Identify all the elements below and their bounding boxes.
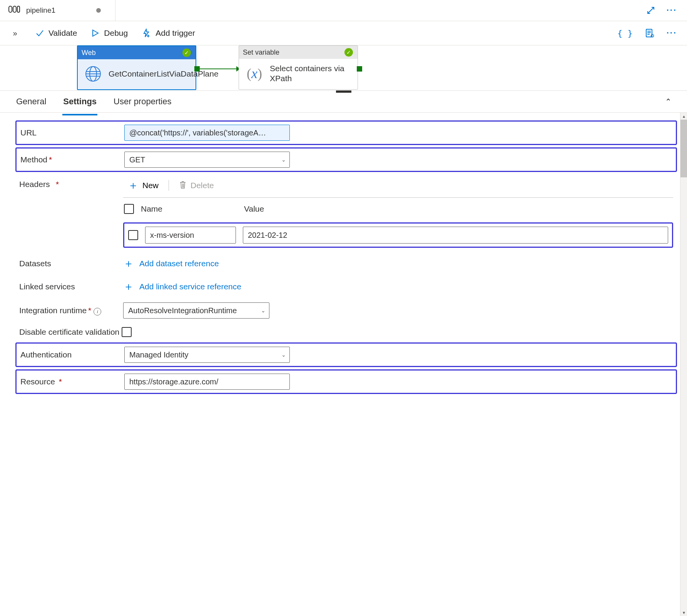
status-ok-icon: ✓ bbox=[182, 48, 191, 57]
activity-set-variable[interactable]: Set variable ✓ (x) Select containers via… bbox=[239, 45, 358, 90]
integration-runtime-select[interactable]: ⌄ bbox=[123, 302, 269, 319]
integration-runtime-value[interactable] bbox=[123, 302, 269, 319]
linked-services-label: Linked services bbox=[19, 282, 123, 291]
row-linked-services: Linked services ＋Add linked service refe… bbox=[15, 276, 677, 297]
toolbar-more-button[interactable]: ··· bbox=[665, 27, 679, 40]
plus-icon: ＋ bbox=[123, 256, 134, 271]
properties-button[interactable] bbox=[644, 27, 656, 39]
svg-rect-1 bbox=[13, 6, 16, 12]
tab-more-button[interactable]: ··· bbox=[665, 4, 679, 17]
method-select[interactable]: ⌄ bbox=[124, 152, 290, 168]
activity-setvar-body: (x) Select containers via XPath bbox=[239, 59, 358, 89]
ellipsis-icon: ··· bbox=[667, 28, 677, 38]
chevron-right-icon: » bbox=[13, 29, 17, 38]
headers-select-all-checkbox[interactable] bbox=[124, 204, 134, 214]
row-method: Method* ⌄ bbox=[15, 147, 677, 172]
info-icon[interactable]: i bbox=[94, 308, 101, 316]
connector-line-icon bbox=[197, 68, 239, 69]
ellipsis-icon: ··· bbox=[667, 5, 677, 15]
panel-expand-handle[interactable]: » bbox=[8, 29, 22, 38]
headers-label: Headers * bbox=[19, 177, 123, 189]
tab-user-properties[interactable]: User properties bbox=[113, 93, 172, 110]
toolbar-left: Validate Debug Add trigger bbox=[35, 28, 195, 38]
scroll-down-icon[interactable]: ▼ bbox=[680, 609, 687, 616]
method-value[interactable] bbox=[124, 152, 290, 168]
headers-delete-label: Delete bbox=[191, 181, 214, 190]
datasets-label: Datasets bbox=[19, 259, 123, 268]
tab-actions: ··· bbox=[637, 0, 687, 21]
scroll-thumb[interactable] bbox=[680, 120, 687, 177]
add-dataset-button[interactable]: ＋Add dataset reference bbox=[123, 256, 219, 271]
authentication-label: Authentication bbox=[20, 350, 124, 359]
activity-web-titlebar: Web ✓ bbox=[78, 46, 196, 59]
integration-runtime-label: Integration runtime*i bbox=[19, 306, 123, 316]
header-row-checkbox[interactable] bbox=[128, 230, 138, 240]
activity-web-body: GetContainerListViaDataPlane bbox=[78, 59, 196, 89]
globe-icon bbox=[83, 64, 103, 84]
activity-web-name: GetContainerListViaDataPlane bbox=[109, 69, 219, 79]
row-headers: Headers * ＋New Delete Name Value bbox=[15, 174, 677, 251]
panel-resize-handle[interactable] bbox=[336, 90, 351, 93]
debug-button[interactable]: Debug bbox=[91, 28, 128, 38]
activity-type-label: Web bbox=[82, 49, 96, 57]
url-input[interactable] bbox=[124, 125, 290, 141]
pipeline-tab[interactable]: pipeline1 bbox=[0, 0, 115, 21]
collapse-panel-button[interactable]: ⌃ bbox=[665, 97, 672, 106]
activity-property-tabs: General Settings User properties ⌃ bbox=[0, 90, 687, 113]
activity-setvar-name: Select containers via XPath bbox=[270, 63, 352, 84]
headers-row bbox=[123, 222, 673, 248]
pipeline-toolbar: » Validate Debug Add trigger { } ··· bbox=[0, 21, 687, 45]
validate-label: Validate bbox=[48, 28, 77, 38]
vertical-scrollbar[interactable]: ▲ ▼ bbox=[680, 113, 687, 616]
chevron-up-icon: ⌃ bbox=[665, 97, 672, 106]
disable-cert-checkbox[interactable] bbox=[122, 327, 132, 337]
resource-input[interactable] bbox=[124, 374, 290, 390]
variable-icon: (x) bbox=[244, 63, 264, 83]
headers-table-head: Name Value bbox=[123, 202, 673, 216]
expand-icon bbox=[647, 6, 655, 15]
validate-button[interactable]: Validate bbox=[35, 28, 77, 38]
add-trigger-button[interactable]: Add trigger bbox=[142, 28, 195, 38]
header-name-input[interactable] bbox=[145, 227, 236, 244]
header-value-input[interactable] bbox=[243, 227, 668, 244]
pipeline-tab-label: pipeline1 bbox=[26, 6, 55, 15]
connector-output-icon[interactable] bbox=[357, 66, 362, 72]
disable-cert-label: Disable certificate validation bbox=[19, 327, 119, 337]
svg-rect-0 bbox=[9, 6, 12, 12]
row-disable-cert: Disable certificate validation bbox=[15, 324, 677, 340]
add-dataset-label: Add dataset reference bbox=[139, 259, 219, 268]
trash-icon bbox=[179, 180, 187, 191]
plus-icon: ＋ bbox=[128, 178, 139, 193]
code-view-button[interactable]: { } bbox=[616, 27, 634, 40]
play-outline-icon bbox=[91, 29, 99, 37]
unsaved-indicator-icon bbox=[96, 8, 101, 13]
add-linked-service-label: Add linked service reference bbox=[139, 282, 241, 291]
method-label: Method* bbox=[20, 155, 124, 164]
tab-general[interactable]: General bbox=[15, 93, 47, 110]
plus-icon: ＋ bbox=[123, 279, 134, 294]
activity-web[interactable]: Web ✓ GetContainerListViaDataPlane bbox=[77, 45, 196, 90]
headers-col-name: Name bbox=[141, 204, 237, 214]
expand-window-button[interactable] bbox=[645, 5, 657, 16]
tab-settings[interactable]: Settings bbox=[62, 93, 97, 110]
headers-new-button[interactable]: ＋New bbox=[123, 177, 163, 194]
checkmark-icon bbox=[35, 29, 44, 37]
toolbar-right: { } ··· bbox=[616, 27, 679, 40]
headers-new-label: New bbox=[142, 181, 159, 190]
pipeline-canvas[interactable]: Web ✓ GetContainerListViaDataPlane Set v… bbox=[0, 45, 687, 90]
authentication-select[interactable]: ⌄ bbox=[124, 347, 290, 363]
editor-tabstrip: pipeline1 ··· bbox=[0, 0, 687, 21]
row-datasets: Datasets ＋Add dataset reference bbox=[15, 253, 677, 274]
row-url: URL bbox=[15, 120, 677, 145]
separator-icon bbox=[169, 180, 169, 191]
authentication-value[interactable] bbox=[124, 347, 290, 363]
settings-form: URL Method* ⌄ Headers * ＋New Delete Name… bbox=[0, 113, 680, 616]
braces-icon: { } bbox=[617, 28, 633, 38]
add-linked-service-button[interactable]: ＋Add linked service reference bbox=[123, 279, 241, 294]
activity-type-label: Set variable bbox=[243, 48, 279, 57]
scroll-up-icon[interactable]: ▲ bbox=[680, 113, 687, 120]
resource-label: Resource * bbox=[20, 377, 124, 386]
row-integration-runtime: Integration runtime*i ⌄ bbox=[15, 299, 677, 322]
headers-delete-button[interactable]: Delete bbox=[174, 180, 219, 192]
pipeline-icon bbox=[8, 5, 20, 17]
